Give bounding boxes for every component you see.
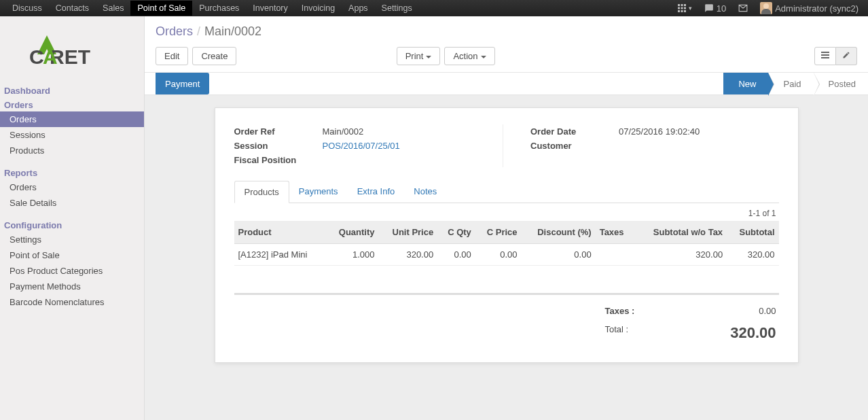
tab-payments[interactable]: Payments: [289, 181, 348, 203]
th-subtotal[interactable]: Subtotal: [727, 221, 778, 244]
breadcrumb-orders[interactable]: Orders: [156, 24, 193, 38]
sidebar-item-pos-categories[interactable]: Pos Product Categories: [0, 263, 144, 279]
top-menu-bar: Discuss Contacts Sales Point of Sale Pur…: [0, 0, 868, 16]
label-session: Session: [234, 141, 323, 151]
sidebar-item-sessions[interactable]: Sessions: [0, 127, 144, 143]
menu-contacts[interactable]: Contacts: [49, 1, 96, 16]
create-button[interactable]: Create: [192, 47, 236, 65]
sidebar: C RET A Dashboard Orders Orders Sessions…: [0, 16, 145, 420]
menu-point-of-sale[interactable]: Point of Sale: [130, 1, 192, 16]
list-icon: [821, 51, 829, 59]
action-button[interactable]: Action: [444, 47, 494, 65]
status-step-paid[interactable]: Paid: [768, 73, 813, 94]
svg-rect-3: [678, 7, 680, 10]
menu-purchases[interactable]: Purchases: [192, 1, 246, 16]
label-customer: Customer: [530, 141, 619, 151]
edit-button[interactable]: Edit: [156, 47, 188, 65]
table-row[interactable]: [A1232] iPad Mini 1.000 320.00 0.00 0.00…: [234, 244, 779, 266]
menu-discuss[interactable]: Discuss: [5, 1, 49, 16]
svg-rect-6: [678, 10, 680, 12]
svg-rect-12: [821, 52, 829, 53]
sidebar-item-orders[interactable]: Orders: [0, 111, 144, 127]
cell-sub-wo-tax: 320.00: [634, 244, 727, 266]
th-unit-price[interactable]: Unit Price: [379, 221, 438, 244]
sidebar-dashboard[interactable]: Dashboard: [0, 83, 144, 97]
view-list-button[interactable]: [814, 47, 836, 65]
cell-c-price: 0.00: [475, 244, 522, 266]
cell-taxes: [596, 244, 634, 266]
sidebar-item-sale-details[interactable]: Sale Details: [0, 195, 144, 211]
cell-subtotal: 320.00: [727, 244, 778, 266]
order-lines-table: Product Quantity Unit Price C Qty C Pric…: [234, 221, 779, 266]
status-step-posted[interactable]: Posted: [814, 73, 868, 94]
menu-sales[interactable]: Sales: [96, 1, 130, 16]
table-pager[interactable]: 1-1 of 1: [234, 203, 779, 221]
th-c-price[interactable]: C Price: [475, 221, 522, 244]
sidebar-item-products[interactable]: Products: [0, 143, 144, 158]
value-order-ref: Main/0002: [323, 126, 364, 137]
svg-rect-7: [681, 10, 683, 12]
breadcrumb-current: Main/0002: [204, 24, 261, 38]
menu-invoicing[interactable]: Invoicing: [295, 1, 342, 16]
value-order-date: 07/25/2016 19:02:40: [619, 126, 700, 137]
svg-rect-1: [681, 4, 683, 6]
mail-icon[interactable]: [734, 3, 752, 13]
svg-rect-13: [821, 54, 829, 56]
separator: [234, 293, 779, 295]
status-step-new[interactable]: New: [723, 73, 768, 94]
sidebar-reports-group[interactable]: Reports: [0, 165, 144, 179]
th-quantity[interactable]: Quantity: [326, 221, 378, 244]
label-order-ref: Order Ref: [234, 126, 323, 137]
th-c-qty[interactable]: C Qty: [437, 221, 475, 244]
totals-block: Taxes :0.00 Total :320.00: [602, 302, 779, 346]
form-sheet: Order RefMain/0002 SessionPOS/2016/07/25…: [215, 107, 799, 363]
sidebar-item-payment-methods[interactable]: Payment Methods: [0, 279, 144, 294]
caret-down-icon: [426, 56, 431, 58]
menu-settings[interactable]: Settings: [375, 1, 419, 16]
cell-c-qty: 0.00: [437, 244, 475, 266]
sidebar-item-settings[interactable]: Settings: [0, 232, 144, 247]
th-sub-wo-tax[interactable]: Subtotal w/o Tax: [634, 221, 727, 244]
menu-inventory[interactable]: Inventory: [246, 1, 294, 16]
svg-rect-2: [684, 4, 686, 6]
svg-rect-4: [681, 7, 683, 10]
label-grand-total: Total :: [605, 324, 629, 342]
menu-apps[interactable]: Apps: [342, 1, 375, 16]
tab-products[interactable]: Products: [234, 181, 289, 203]
payment-button[interactable]: Payment: [156, 73, 209, 94]
form-tabs: Products Payments Extra Info Notes: [234, 181, 779, 203]
svg-rect-0: [678, 4, 680, 6]
logo: C RET A: [0, 22, 144, 83]
label-taxes-total: Taxes :: [605, 306, 635, 316]
breadcrumb: Orders/Main/0002: [156, 24, 857, 39]
sidebar-item-pos[interactable]: Point of Sale: [0, 247, 144, 263]
pencil-icon: [842, 51, 850, 59]
sidebar-orders-group[interactable]: Orders: [0, 97, 144, 111]
svg-rect-14: [821, 57, 829, 58]
view-form-button[interactable]: [836, 47, 857, 65]
user-menu[interactable]: Administrator (sync2): [756, 2, 863, 14]
sidebar-item-barcode[interactable]: Barcode Nomenclatures: [0, 294, 144, 310]
svg-rect-8: [684, 10, 686, 12]
systray-apps-icon[interactable]: ▾: [674, 4, 696, 12]
svg-text:A: A: [43, 46, 58, 68]
user-name: Administrator (sync2): [775, 3, 858, 14]
th-taxes[interactable]: Taxes: [596, 221, 634, 244]
messages-count: 10: [717, 3, 726, 14]
sidebar-config-group[interactable]: Configuration: [0, 217, 144, 232]
avatar: [760, 2, 772, 14]
cell-quantity: 1.000: [326, 244, 378, 266]
print-button[interactable]: Print: [397, 47, 441, 65]
messaging-icon[interactable]: 10: [700, 3, 730, 14]
cell-discount: 0.00: [522, 244, 596, 266]
label-fiscal: Fiscal Position: [234, 155, 323, 165]
tab-notes[interactable]: Notes: [404, 181, 446, 203]
sidebar-item-report-orders[interactable]: Orders: [0, 179, 144, 195]
cell-product: [A1232] iPad Mini: [234, 244, 327, 266]
tab-extra-info[interactable]: Extra Info: [348, 181, 405, 203]
label-order-date: Order Date: [530, 126, 619, 137]
th-discount[interactable]: Discount (%): [522, 221, 596, 244]
th-product[interactable]: Product: [234, 221, 327, 244]
cell-unit-price: 320.00: [379, 244, 438, 266]
value-session-link[interactable]: POS/2016/07/25/01: [323, 141, 400, 151]
